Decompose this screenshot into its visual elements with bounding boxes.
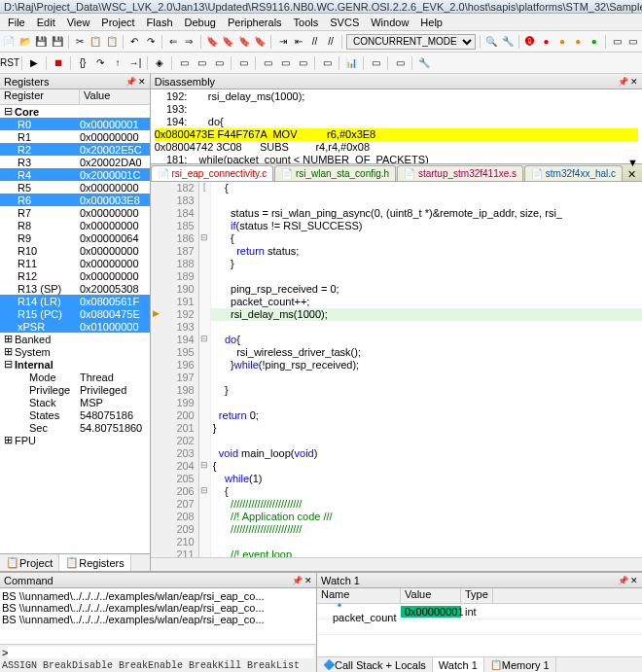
bp3-icon[interactable]: ● (571, 34, 585, 50)
menu-project[interactable]: Project (95, 17, 140, 28)
reg-icon[interactable]: ▭ (235, 55, 251, 71)
disasm-icon[interactable]: ▭ (194, 55, 209, 71)
nav-back-icon[interactable]: ⇐ (166, 34, 180, 50)
close-icon[interactable]: ✕ (304, 576, 312, 585)
register-row[interactable]: R14 (LR)0x0800561F (0, 295, 150, 307)
pin-icon[interactable]: 📌 (618, 576, 628, 585)
menu-view[interactable]: View (61, 17, 96, 28)
bp2-icon[interactable]: ● (555, 34, 569, 50)
tab-watch1[interactable]: Watch 1 (433, 657, 484, 672)
bookmark-prev-icon[interactable]: 🔖 (221, 34, 234, 50)
win2-icon[interactable]: ▭ (625, 34, 639, 50)
menu-file[interactable]: File (2, 17, 31, 28)
indent-icon[interactable]: ⇥ (275, 34, 289, 50)
toolbox-icon[interactable]: 🔧 (416, 55, 432, 71)
register-row[interactable]: R15 (PC)0x0800475E (0, 307, 150, 320)
register-row[interactable]: StackMSP (0, 396, 150, 408)
register-row[interactable]: R00x00000001 (0, 118, 150, 130)
undo-icon[interactable]: ↶ (127, 34, 141, 50)
register-row[interactable]: R13 (SP)0x20005308 (0, 282, 150, 295)
bp-icon[interactable]: ● (539, 34, 553, 50)
watch-icon[interactable]: ▭ (277, 55, 293, 71)
command-output[interactable]: BS \\unnamed\../../../../examples/wlan/e… (0, 588, 316, 644)
menu-help[interactable]: Help (414, 17, 448, 28)
register-group-core[interactable]: Core (0, 105, 150, 118)
stack-icon[interactable]: ▭ (260, 55, 275, 71)
reset-icon[interactable]: RST (2, 55, 18, 71)
tab-registers[interactable]: 📋 Registers (59, 554, 130, 571)
paste-icon[interactable]: 📋 (105, 34, 119, 50)
editor[interactable]: ▶ 18218318418518618718818919019119219319… (151, 182, 642, 557)
outdent-icon[interactable]: ⇤ (292, 34, 305, 50)
register-group[interactable]: Internal (0, 358, 150, 371)
register-row[interactable]: Sec54.80751860 (0, 421, 150, 434)
code-area[interactable]: { status = rsi_wlan_ping_async(0, (uint8… (211, 182, 642, 557)
register-row[interactable]: xPSR0x01000000 (0, 320, 150, 333)
close-icon[interactable]: ✕ (138, 77, 146, 87)
cmd-icon[interactable]: ▭ (176, 55, 192, 71)
menu-tools[interactable]: Tools (288, 17, 325, 28)
redo-icon[interactable]: ↷ (143, 34, 157, 50)
watch-body[interactable]: Name Value Type 🔹 packet_count0x00000001… (317, 588, 642, 656)
target-dropdown[interactable]: CONCURRENT_MODE (346, 34, 476, 50)
register-group[interactable]: System (0, 345, 150, 358)
fold-gutter[interactable]: [⊟⊟⊟⊟ (199, 182, 211, 557)
register-group[interactable]: Banked (0, 333, 150, 345)
win1-icon[interactable]: ▭ (610, 34, 624, 50)
step-icon[interactable]: {} (75, 55, 90, 71)
tab-callstack[interactable]: 🔷 Call Stack + Locals (317, 657, 433, 672)
tab-project[interactable]: 📋 Project (0, 554, 59, 571)
editor-tab[interactable]: 📄 startup_stm32f411xe.s (397, 165, 523, 181)
register-row[interactable]: States548075186 (0, 408, 150, 421)
sym-icon[interactable]: ▭ (211, 55, 227, 71)
editor-tab-close[interactable]: ▼ ✕ (624, 157, 642, 181)
register-row[interactable]: R60x000003E8 (0, 194, 150, 206)
bookmark-clear-icon[interactable]: 🔖 (253, 34, 267, 50)
comment-icon[interactable]: // (307, 34, 321, 50)
bookmark-next-icon[interactable]: 🔖 (237, 34, 251, 50)
register-row[interactable]: PrivilegePrivileged (0, 383, 150, 396)
menu-edit[interactable]: Edit (31, 17, 61, 28)
cut-icon[interactable]: ✂ (73, 34, 87, 50)
run-icon[interactable]: ▶ (26, 55, 42, 71)
copy-icon[interactable]: 📋 (89, 34, 102, 50)
register-row[interactable]: R20x20002E5C (0, 143, 150, 156)
run-to-icon[interactable]: →| (127, 55, 143, 71)
register-row[interactable]: R70x00000000 (0, 206, 150, 219)
register-row[interactable]: R40x2000001C (0, 168, 150, 181)
menu-flash[interactable]: Flash (141, 17, 179, 28)
step-over-icon[interactable]: ↷ (92, 55, 108, 71)
pin-icon[interactable]: 📌 (618, 77, 628, 87)
register-row[interactable]: R100x00000000 (0, 244, 150, 257)
menu-svcs[interactable]: SVCS (324, 17, 365, 28)
register-row[interactable]: R110x00000000 (0, 257, 150, 269)
open-icon[interactable]: 📂 (18, 34, 31, 50)
nav-fwd-icon[interactable]: ⇒ (182, 34, 196, 50)
tab-memory1[interactable]: 📋 Memory 1 (484, 657, 556, 672)
save-all-icon[interactable]: 💾 (50, 34, 63, 50)
disassembly-body[interactable]: 192: rsi_delay_ms(1000); 193: 194: do{0x… (151, 89, 642, 163)
command-input[interactable] (8, 647, 314, 658)
editor-tab[interactable]: 📄 rsi_wlan_sta_config.h (274, 165, 396, 181)
register-row[interactable]: R30x20002DA0 (0, 156, 150, 168)
uncomment-icon[interactable]: // (324, 34, 338, 50)
analyzer-icon[interactable]: 📊 (343, 55, 359, 71)
editor-tab[interactable]: 📄 stm32f4xx_hal.c (524, 165, 623, 181)
find-icon[interactable]: 🔍 (484, 34, 498, 50)
watch-row[interactable]: 🔹 packet_count0x00000001int (317, 604, 642, 619)
register-row[interactable]: R80x00000000 (0, 219, 150, 231)
mem-icon[interactable]: ▭ (295, 55, 310, 71)
save-icon[interactable]: 💾 (34, 34, 48, 50)
menu-window[interactable]: Window (365, 17, 414, 28)
debug-icon[interactable]: 🅠 (523, 34, 537, 50)
register-row[interactable]: R120x00000000 (0, 269, 150, 282)
step-out-icon[interactable]: ↑ (110, 55, 125, 71)
config-icon[interactable]: 🔧 (500, 34, 514, 50)
bookmark-icon[interactable]: 🔖 (205, 34, 219, 50)
close-icon[interactable]: ✕ (630, 77, 638, 87)
bp4-icon[interactable]: ● (588, 34, 601, 50)
menu-peripherals[interactable]: Peripherals (222, 17, 288, 28)
pin-icon[interactable]: 📌 (292, 576, 303, 585)
register-row[interactable]: R10x00000000 (0, 130, 150, 143)
register-row[interactable]: ModeThread (0, 371, 150, 383)
